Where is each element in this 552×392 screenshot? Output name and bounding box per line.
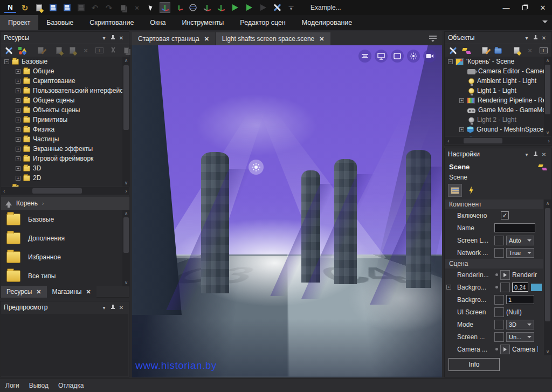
tree-item[interactable]: +3D: [1, 163, 122, 173]
expand-icon[interactable]: +: [16, 98, 20, 103]
menu-scripting[interactable]: Скриптование: [81, 15, 142, 30]
new-resource-icon[interactable]: [35, 45, 46, 56]
expand-icon[interactable]: +: [16, 69, 20, 74]
folder-icon[interactable]: [493, 45, 503, 56]
expand-icon[interactable]: +: [16, 137, 20, 142]
layers-icon[interactable]: [358, 50, 371, 63]
default-flag-box[interactable]: [494, 307, 504, 317]
tree-item[interactable]: +Игровой фреймворк: [1, 154, 122, 163]
tab-scene[interactable]: Light shafts screen space.scene✕: [216, 32, 330, 45]
resources-tree-hscrollbar[interactable]: ‹ ›: [1, 187, 129, 195]
scroll-thumb[interactable]: [464, 138, 502, 143]
undo-icon[interactable]: ↶: [89, 2, 100, 13]
tree-item[interactable]: +Скриптование: [1, 76, 122, 86]
cut-icon[interactable]: [107, 45, 118, 56]
scroll-up-icon[interactable]: ∧: [546, 58, 550, 63]
expand-icon[interactable]: +: [16, 88, 20, 93]
up-icon[interactable]: [5, 201, 12, 205]
expand-icon[interactable]: +: [459, 98, 464, 103]
info-button[interactable]: Info: [448, 358, 500, 371]
objects-tree-hscrollbar[interactable]: ‹ ›: [445, 137, 552, 145]
tab-start-page[interactable]: Стартовая страница✕: [132, 32, 215, 45]
position-tool-icon[interactable]: [202, 2, 212, 13]
status-tab-logs[interactable]: Логи: [5, 382, 19, 389]
scroll-down-icon[interactable]: ∨: [125, 180, 128, 185]
close-icon[interactable]: ✕: [117, 33, 126, 42]
expand-icon[interactable]: +: [459, 127, 464, 132]
step-icon[interactable]: [258, 2, 268, 13]
tree-item[interactable]: +Rendering Pipeline - Ren: [445, 95, 544, 105]
tools-icon[interactable]: [447, 45, 458, 56]
menu-project[interactable]: Проект: [0, 15, 38, 30]
background-color-value[interactable]: 0.24: [512, 283, 528, 292]
tree-item[interactable]: +Общее сцены: [1, 95, 122, 105]
tree-item[interactable]: +Экранные эффекты: [1, 144, 122, 154]
tree-item[interactable]: +Общие: [1, 66, 122, 76]
tree-item[interactable]: +Примитивы: [1, 115, 122, 125]
scroll-up-icon[interactable]: ∧: [546, 201, 550, 206]
status-tab-output[interactable]: Вывод: [29, 382, 49, 389]
minimize-button[interactable]: —: [497, 0, 515, 15]
tab-resources[interactable]: Ресурсы✕: [1, 286, 47, 298]
toolbar-overflow-icon[interactable]: —▾: [286, 2, 296, 13]
collapse-icon[interactable]: −: [4, 59, 9, 64]
name-field[interactable]: [494, 223, 535, 232]
menu-scene-editor[interactable]: Редактор сцен: [232, 15, 293, 30]
display-icon[interactable]: [375, 50, 388, 63]
default-flag-box[interactable]: [494, 295, 504, 305]
dropdown-icon[interactable]: ▾: [100, 303, 108, 312]
copy-icon[interactable]: [118, 2, 128, 13]
new-object-icon[interactable]: [479, 45, 490, 56]
settings-vscrollbar[interactable]: ∧ ∨: [544, 200, 551, 355]
default-flag-box[interactable]: [494, 332, 504, 342]
resources-tree-vscrollbar[interactable]: ∧ ∨: [122, 57, 130, 187]
new-file-icon[interactable]: [67, 45, 78, 56]
expand-icon[interactable]: +: [16, 79, 20, 84]
scroll-right-icon[interactable]: ›: [125, 188, 127, 194]
default-flag-box[interactable]: [494, 248, 504, 258]
close-icon[interactable]: ✕: [540, 33, 548, 42]
expand-icon[interactable]: +: [446, 285, 451, 290]
tab-stores[interactable]: Магазины✕: [47, 286, 96, 298]
tree-item[interactable]: +Физика: [1, 125, 122, 134]
screen-orientation-dropdown[interactable]: Un...: [506, 332, 534, 342]
tree-item[interactable]: +2D: [1, 173, 122, 183]
new-folder-icon[interactable]: [53, 45, 64, 56]
reference-button[interactable]: [500, 270, 510, 280]
screen-label-dropdown[interactable]: Auto: [506, 236, 534, 245]
scroll-thumb[interactable]: [32, 188, 82, 194]
tree-item[interactable]: Game Mode - GameMod: [445, 105, 544, 115]
copy-icon[interactable]: [121, 45, 132, 56]
menu-basic[interactable]: Базовые: [38, 15, 81, 30]
move-tool-icon[interactable]: [160, 2, 170, 13]
enabled-checkbox[interactable]: ✓: [501, 211, 509, 219]
network-mode-dropdown[interactable]: True: [506, 248, 534, 258]
default-flag-box[interactable]: [494, 320, 504, 329]
scroll-left-icon[interactable]: ‹: [447, 137, 450, 144]
close-icon[interactable]: ✕: [86, 288, 91, 295]
close-icon[interactable]: ✕: [117, 303, 126, 312]
tree-item[interactable]: Light 1 - Light: [445, 86, 544, 95]
scroll-thumb[interactable]: [123, 217, 129, 253]
dropdown-icon[interactable]: ▾: [522, 33, 531, 42]
close-icon[interactable]: ✕: [319, 36, 324, 43]
close-icon[interactable]: ✕: [36, 288, 41, 295]
camera-icon[interactable]: [423, 50, 436, 63]
select-icon[interactable]: [146, 2, 156, 13]
dropdown-icon[interactable]: ▾: [100, 33, 108, 42]
tab-events-icon[interactable]: [464, 184, 478, 197]
scroll-thumb[interactable]: [123, 65, 129, 130]
list-item[interactable]: Все типы: [1, 266, 122, 285]
pin-icon[interactable]: [531, 33, 540, 42]
play-icon[interactable]: [230, 2, 240, 13]
restore-button[interactable]: [515, 0, 534, 15]
sun-gizmo-icon[interactable]: [249, 160, 264, 175]
sphere-tool-icon[interactable]: [188, 2, 198, 13]
pin-icon[interactable]: [531, 150, 540, 159]
frame-icon[interactable]: [391, 50, 404, 63]
tab-properties-icon[interactable]: [448, 184, 462, 197]
rename-icon[interactable]: I: [94, 45, 105, 56]
save-all-icon[interactable]: [75, 2, 86, 13]
scale-tool-icon[interactable]: [216, 2, 226, 13]
default-flag-box[interactable]: [494, 236, 504, 245]
